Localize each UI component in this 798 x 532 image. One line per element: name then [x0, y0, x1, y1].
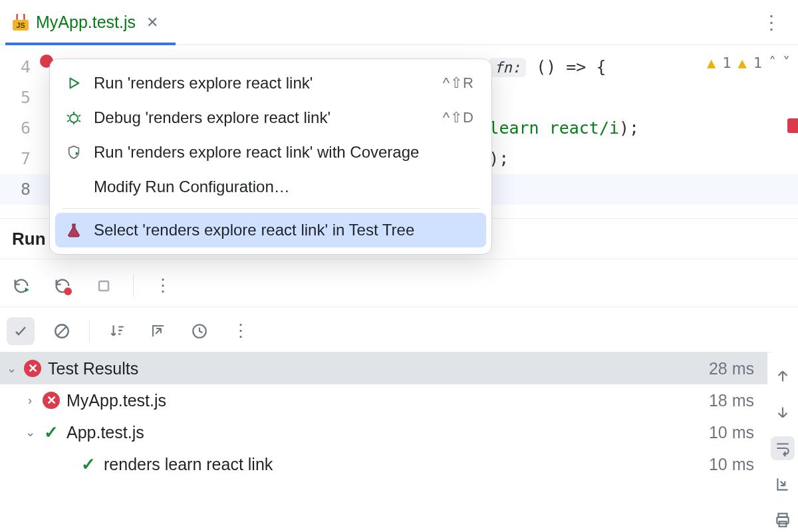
- menu-label: Debug 'renders explore react link': [94, 108, 331, 127]
- line-number[interactable]: 7: [0, 144, 39, 174]
- chevron-up-icon[interactable]: ˄: [769, 55, 776, 71]
- toolbar-separator: [133, 275, 134, 297]
- run-toolwindow-title: Run: [12, 229, 46, 249]
- menu-separator: [62, 208, 479, 209]
- chevron-right-icon[interactable]: ›: [19, 394, 41, 408]
- test-duration: 10 ms: [709, 423, 754, 442]
- menu-select-in-test-tree[interactable]: Select 'renders explore react link' in T…: [55, 213, 486, 247]
- toolbar-separator: [89, 320, 90, 342]
- svg-point-3: [64, 287, 72, 295]
- js-test-file-icon: JS: [12, 14, 29, 31]
- test-results-tree: ⌄ ✕ Test Results 28 ms › ✕ MyApp.test.js…: [0, 352, 767, 532]
- menu-label: Select 'renders explore react link' in T…: [94, 221, 414, 239]
- inspections-widget[interactable]: ▲1 ▲1 ˄ ˅: [707, 55, 790, 71]
- coverage-icon: [65, 144, 83, 160]
- scroll-up-icon[interactable]: [771, 364, 795, 388]
- close-tab-icon[interactable]: ✕: [142, 14, 162, 31]
- editor-gutter: 4 5 6 7 8: [0, 45, 39, 218]
- scroll-to-end-icon[interactable]: [771, 472, 795, 496]
- more-actions-icon[interactable]: ⋮: [151, 274, 175, 298]
- test-duration: 28 ms: [709, 359, 754, 378]
- test-output-side-toolbar: [767, 352, 798, 532]
- svg-text:JS: JS: [16, 21, 25, 29]
- chevron-down-icon[interactable]: ⌄: [19, 425, 41, 440]
- menu-run-coverage[interactable]: Run 'renders explore react link' with Co…: [55, 135, 486, 170]
- editor-tab-bar: JS MyApp.test.js ✕ ⋮: [0, 0, 798, 45]
- line-number[interactable]: 4: [0, 52, 39, 82]
- test-node-label: MyApp.test.js: [66, 391, 166, 410]
- test-node-label: renders learn react link: [104, 455, 273, 474]
- test-root-row[interactable]: ⌄ ✕ Test Results 28 ms: [0, 352, 767, 384]
- rerun-button[interactable]: [9, 274, 33, 298]
- menu-debug-test[interactable]: Debug 'renders explore react link' ^⇧D: [55, 100, 486, 135]
- scroll-down-icon[interactable]: [771, 400, 795, 424]
- test-passed-icon: ✓: [78, 454, 98, 475]
- test-failed-icon: ✕: [23, 360, 43, 377]
- warning-icon: ▲: [707, 55, 716, 71]
- menu-shortcut: ^⇧R: [443, 74, 474, 92]
- run-toolbar-primary: ⋮: [0, 265, 798, 307]
- svg-point-2: [70, 114, 78, 122]
- test-filter-toolbar: ⋮: [0, 310, 771, 352]
- history-button[interactable]: [186, 317, 213, 345]
- test-duration: 10 ms: [709, 455, 754, 474]
- chevron-down-icon[interactable]: ⌄: [0, 361, 23, 376]
- soft-wrap-icon[interactable]: [771, 436, 795, 460]
- expand-all-button[interactable]: [144, 317, 172, 345]
- editor-tab[interactable]: JS MyApp.test.js ✕: [5, 0, 176, 45]
- gutter-context-menu: Run 'renders explore react link' ^⇧R Deb…: [49, 59, 492, 255]
- menu-label: Modify Run Configuration…: [94, 178, 290, 196]
- test-node-label: App.test.js: [66, 423, 144, 442]
- test-passed-icon: ✓: [41, 422, 61, 443]
- sort-button[interactable]: [103, 317, 131, 345]
- test-flask-icon: [65, 222, 83, 238]
- svg-rect-4: [99, 281, 108, 291]
- menu-modify-run-config[interactable]: Modify Run Configuration…: [55, 170, 486, 204]
- debug-icon: [65, 110, 83, 126]
- test-file-row[interactable]: ⌄ ✓ App.test.js 10 ms: [0, 416, 767, 448]
- test-file-row[interactable]: › ✕ MyApp.test.js 18 ms: [0, 384, 767, 416]
- show-ignored-toggle[interactable]: [48, 317, 76, 345]
- test-failed-icon: ✕: [41, 392, 61, 409]
- rerun-failed-button[interactable]: [51, 274, 74, 298]
- menu-shortcut: ^⇧D: [443, 109, 474, 126]
- stop-button[interactable]: [92, 274, 116, 298]
- print-icon[interactable]: [771, 508, 795, 532]
- tab-overflow-menu-icon[interactable]: ⋮: [750, 18, 793, 27]
- test-duration: 18 ms: [709, 391, 754, 410]
- chevron-down-icon[interactable]: ˅: [783, 55, 790, 71]
- weak-warning-icon: ▲: [738, 55, 747, 71]
- error-stripe-mark[interactable]: [787, 118, 798, 133]
- menu-run-test[interactable]: Run 'renders explore react link' ^⇧R: [55, 66, 486, 100]
- test-case-row[interactable]: ✓ renders learn react link 10 ms: [0, 448, 767, 480]
- line-number[interactable]: 6: [0, 113, 39, 144]
- menu-label: Run 'renders explore react link': [94, 74, 313, 92]
- line-number[interactable]: 5: [0, 82, 39, 113]
- more-filters-icon[interactable]: ⋮: [227, 317, 255, 345]
- parameter-hint: fn:: [489, 58, 526, 77]
- line-number[interactable]: 8: [0, 174, 39, 205]
- menu-label: Run 'renders explore react link' with Co…: [94, 143, 419, 162]
- run-icon: [65, 76, 83, 90]
- tab-filename: MyApp.test.js: [36, 13, 136, 32]
- test-node-label: Test Results: [48, 359, 138, 378]
- show-passed-toggle[interactable]: [7, 317, 35, 345]
